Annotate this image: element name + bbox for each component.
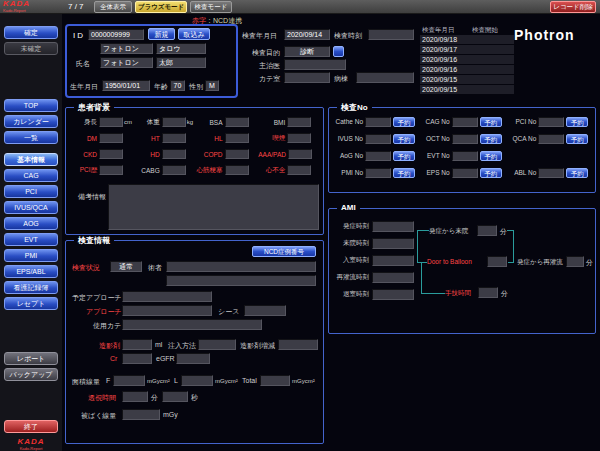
- ami-time-input[interactable]: [372, 255, 414, 266]
- history-row[interactable]: 2020/09/15: [420, 75, 514, 85]
- onset-to-reperfusion-input[interactable]: [566, 256, 584, 267]
- reserve-button[interactable]: 予約: [480, 134, 502, 144]
- import-patient-button[interactable]: 取込み: [178, 28, 210, 40]
- patient-id-input[interactable]: 0000009999: [88, 29, 144, 40]
- reserve-button[interactable]: 予約: [480, 168, 502, 178]
- sidebar-item-aog[interactable]: AOG: [4, 217, 58, 230]
- field-input[interactable]: [162, 149, 186, 159]
- ami-time-input[interactable]: [372, 221, 414, 232]
- field-input[interactable]: [287, 117, 311, 127]
- door-to-balloon-input[interactable]: [487, 256, 507, 267]
- birthdate-input[interactable]: 1950/01/01: [102, 80, 150, 91]
- dose-l-input[interactable]: [181, 375, 213, 386]
- history-row[interactable]: 2020/09/15: [420, 85, 514, 95]
- dose-f-input[interactable]: [113, 375, 145, 386]
- new-patient-button[interactable]: 新規: [148, 28, 175, 40]
- field-input[interactable]: [99, 149, 123, 159]
- reserve-button[interactable]: 予約: [393, 134, 415, 144]
- exam-number-input[interactable]: [538, 168, 564, 178]
- exam-number-input[interactable]: [365, 168, 391, 178]
- reserve-button[interactable]: 予約: [566, 134, 588, 144]
- exam-number-input[interactable]: [538, 134, 564, 144]
- field-input[interactable]: [99, 165, 123, 175]
- field-input[interactable]: [162, 117, 186, 127]
- onset-to-arrival-input[interactable]: [477, 225, 497, 236]
- sex-input[interactable]: M: [205, 80, 219, 91]
- age-input[interactable]: 70: [170, 80, 185, 91]
- field-input[interactable]: [287, 165, 311, 175]
- reserve-button[interactable]: 予約: [393, 168, 415, 178]
- procedure-time-input[interactable]: [478, 287, 498, 298]
- sidebar-item-pmi[interactable]: PMI: [4, 249, 58, 262]
- purpose-select-button[interactable]: [333, 46, 344, 57]
- exit-button[interactable]: 終了: [4, 420, 58, 433]
- history-row[interactable]: 2020/09/16: [420, 55, 514, 65]
- exam-number-input[interactable]: [452, 134, 478, 144]
- injection-method-input[interactable]: [198, 339, 236, 350]
- sidebar-item-calendar[interactable]: カレンダー: [4, 115, 58, 128]
- reserve-button[interactable]: 予約: [566, 117, 588, 127]
- exam-purpose-input[interactable]: 診断: [284, 46, 330, 57]
- exam-number-input[interactable]: [365, 134, 391, 144]
- approach-input[interactable]: [122, 305, 212, 316]
- sheath-input[interactable]: [244, 305, 286, 316]
- ami-time-input[interactable]: [372, 272, 414, 283]
- reserve-button[interactable]: 予約: [480, 151, 502, 161]
- exam-time-input[interactable]: [368, 29, 414, 40]
- exam-number-input[interactable]: [365, 151, 391, 161]
- operator-input[interactable]: [166, 261, 316, 272]
- exam-number-input[interactable]: [365, 117, 391, 127]
- show-all-button[interactable]: 全体表示: [94, 1, 132, 13]
- cath-room-input[interactable]: [284, 72, 330, 83]
- field-input[interactable]: [225, 165, 249, 175]
- sidebar-item-nursing-record[interactable]: 看護記録簿: [4, 281, 58, 294]
- sidebar-item-ivus-qca[interactable]: IVUS/QCA: [4, 201, 58, 214]
- delete-record-button[interactable]: レコード削除: [550, 1, 596, 13]
- history-row[interactable]: 2020/09/16: [420, 65, 514, 75]
- exam-number-input[interactable]: [452, 151, 478, 161]
- history-row[interactable]: 2020/09/18: [420, 35, 514, 45]
- sidebar-item-pci[interactable]: PCI: [4, 185, 58, 198]
- sidebar-item-list[interactable]: 一覧: [4, 131, 58, 144]
- attending-doctor-input[interactable]: [284, 59, 346, 70]
- sidebar-item-backup[interactable]: バックアップ: [4, 368, 58, 381]
- reserve-button[interactable]: 予約: [566, 168, 588, 178]
- contrast-change-input[interactable]: [278, 339, 318, 350]
- sidebar-item-basic-info[interactable]: 基本情報: [4, 153, 58, 166]
- ami-time-input[interactable]: [372, 238, 414, 249]
- notes-textarea[interactable]: [108, 184, 319, 230]
- catheter-input[interactable]: [122, 319, 262, 330]
- kana-last-name-input[interactable]: フォトロン: [100, 43, 153, 54]
- sidebar-item-evt[interactable]: EVT: [4, 233, 58, 246]
- field-input[interactable]: [288, 149, 312, 159]
- reserve-button[interactable]: 予約: [393, 151, 415, 161]
- field-input[interactable]: [225, 149, 249, 159]
- sidebar-item-confirmed[interactable]: 確定: [4, 26, 58, 39]
- egfr-input[interactable]: [176, 353, 210, 364]
- sidebar-item-cag[interactable]: CAG: [4, 169, 58, 182]
- planned-approach-input[interactable]: [122, 291, 212, 302]
- field-input[interactable]: [162, 133, 186, 143]
- fluoro-sec-input[interactable]: [162, 391, 188, 402]
- cr-input[interactable]: [122, 353, 152, 364]
- field-input[interactable]: [99, 133, 123, 143]
- ami-time-input[interactable]: [372, 289, 414, 300]
- last-name-input[interactable]: フォトロン: [100, 57, 153, 68]
- field-input[interactable]: [287, 133, 311, 143]
- field-input[interactable]: [99, 117, 123, 127]
- exposure-dose-input[interactable]: [122, 409, 160, 420]
- kana-first-name-input[interactable]: タロウ: [156, 43, 206, 54]
- sidebar-item-top[interactable]: TOP: [4, 99, 58, 112]
- exam-mode-button[interactable]: 検査モード: [190, 1, 232, 13]
- contrast-input[interactable]: [122, 339, 152, 350]
- field-input[interactable]: [225, 117, 249, 127]
- sidebar-item-eps-abl[interactable]: EPS/ABL: [4, 265, 58, 278]
- ward-input[interactable]: [356, 72, 414, 83]
- reserve-button[interactable]: 予約: [393, 117, 415, 127]
- sidebar-item-unconfirmed[interactable]: 未確定: [4, 42, 58, 55]
- exam-date-input[interactable]: 2020/09/14: [284, 29, 330, 40]
- sidebar-item-receipt[interactable]: レセプト: [4, 297, 58, 310]
- history-row[interactable]: 2020/09/17: [420, 45, 514, 55]
- field-input[interactable]: [225, 133, 249, 143]
- first-name-input[interactable]: 太郎: [156, 57, 206, 68]
